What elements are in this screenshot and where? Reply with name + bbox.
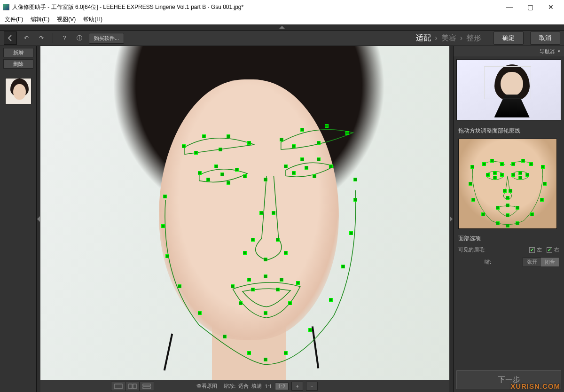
svg-rect-2 <box>133 384 136 389</box>
view-original-button[interactable]: 查看原图 <box>196 383 217 390</box>
menu-bar: 文件(F) 编辑(E) 视图(V) 帮助(H) <box>0 14 564 24</box>
eyebrow-label: 可见的眉毛: <box>458 246 491 253</box>
svg-rect-0 <box>115 384 122 389</box>
status-bar: 查看原图 缩放: 适合 填满 1:1 1:2 ＋ － <box>40 380 449 392</box>
main-row: 新增 删除 <box>0 46 564 392</box>
eyebrow-row: 可见的眉毛: ✔左 ✔右 <box>454 244 564 255</box>
svg-rect-4 <box>143 387 150 389</box>
zoom-12[interactable]: 1:2 <box>275 383 289 390</box>
cancel-button[interactable]: 取消 <box>530 31 560 45</box>
title-bar: 人像修图助手 - 工作室版 6.0[64位] - LEEHEE EXPRESS … <box>0 0 564 14</box>
ok-button[interactable]: 确定 <box>494 31 524 45</box>
reference-face[interactable] <box>458 139 557 229</box>
window-title: 人像修图助手 - 工作室版 6.0[64位] - LEEHEE EXPRESS … <box>12 3 499 11</box>
face-options-header: 面部选项 <box>454 231 564 244</box>
navigator-header[interactable]: 导航器▾ <box>454 46 564 56</box>
right-collapse-handle[interactable] <box>449 46 453 392</box>
redo-button[interactable]: ↷ <box>36 32 47 44</box>
crumb-reshape[interactable]: 整形 <box>466 33 481 43</box>
breadcrumb: 适配 › 美容 › 整形 <box>416 33 481 43</box>
zoom-label: 缩放: <box>224 383 235 390</box>
delete-face-button[interactable]: 删除 <box>3 59 33 69</box>
app-icon <box>3 4 9 10</box>
mouth-closed[interactable]: 闭合 <box>541 258 559 267</box>
mouth-label: 嘴: <box>458 259 491 266</box>
crumb-fit[interactable]: 适配 <box>416 33 431 43</box>
navigator-thumbnail[interactable] <box>456 59 561 120</box>
canvas-area: 查看原图 缩放: 适合 填满 1:1 1:2 ＋ － <box>40 46 449 392</box>
view-single-icon[interactable] <box>111 382 125 391</box>
view-side-icon[interactable] <box>125 382 140 391</box>
zoom-fill[interactable]: 填满 <box>251 383 262 390</box>
zoom-controls: 缩放: 适合 填满 1:1 1:2 ＋ － <box>224 382 318 391</box>
undo-button[interactable]: ↶ <box>21 32 32 44</box>
help-icon[interactable]: ? <box>59 32 70 44</box>
mouth-toggle[interactable]: 张开 闭合 <box>523 257 559 267</box>
eyebrow-right-checkbox[interactable]: ✔右 <box>547 246 559 253</box>
right-panel: 导航器▾ 拖动方块调整面部轮廓线 <box>453 46 564 392</box>
menu-edit[interactable]: 编辑(E) <box>31 16 49 24</box>
navigator-box <box>454 56 564 123</box>
info-icon[interactable]: ⓘ <box>74 32 85 44</box>
left-panel: 新增 删除 <box>0 46 37 392</box>
mouth-open[interactable]: 张开 <box>523 258 541 267</box>
zoom-11[interactable]: 1:1 <box>265 384 272 389</box>
svg-rect-1 <box>129 384 132 389</box>
minimize-button[interactable]: — <box>499 0 520 14</box>
buy-software-button[interactable]: 购买软件... <box>89 33 124 44</box>
zoom-fit[interactable]: 适合 <box>238 383 249 390</box>
navigator-roi[interactable] <box>484 66 531 99</box>
toolbar: ↶ ↷ ? ⓘ 购买软件... 适配 › 美容 › 整形 确定 取消 <box>0 30 564 46</box>
chevron-down-icon: ▾ <box>558 49 560 54</box>
add-face-button[interactable]: 新增 <box>3 48 33 57</box>
separator <box>53 33 53 43</box>
watermark-corner: XURISN.COM <box>510 382 560 390</box>
back-button[interactable] <box>4 31 17 45</box>
view-stack-icon[interactable] <box>140 382 154 391</box>
menu-help[interactable]: 帮助(H) <box>83 16 102 24</box>
mouth-row: 嘴: 张开 闭合 <box>454 255 564 269</box>
svg-rect-3 <box>143 384 150 386</box>
maximize-button[interactable]: ▢ <box>520 0 540 14</box>
face-thumbnail[interactable] <box>5 78 31 104</box>
eyebrow-left-checkbox[interactable]: ✔左 <box>529 246 542 253</box>
collapse-top-handle[interactable] <box>0 24 564 30</box>
workspace: ↶ ↷ ? ⓘ 购买软件... 适配 › 美容 › 整形 确定 取消 新增 删除 <box>0 24 564 392</box>
close-button[interactable]: ✕ <box>540 0 561 14</box>
drag-hint-label: 拖动方块调整面部轮廓线 <box>454 123 564 137</box>
crumb-beauty[interactable]: 美容 <box>441 33 456 43</box>
zoom-in-button[interactable]: ＋ <box>291 382 303 391</box>
view-mode-group[interactable] <box>111 382 154 391</box>
landmark-mesh <box>40 46 449 380</box>
menu-file[interactable]: 文件(F) <box>5 16 23 24</box>
menu-view[interactable]: 视图(V) <box>57 16 76 24</box>
image-canvas[interactable] <box>40 46 449 380</box>
zoom-out-button[interactable]: － <box>306 382 318 391</box>
left-collapse-handle[interactable] <box>37 46 40 392</box>
